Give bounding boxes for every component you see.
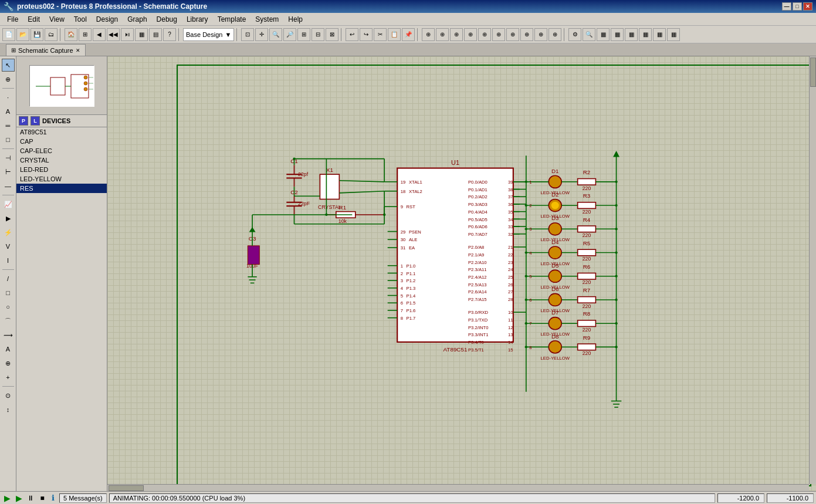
tb-r3[interactable]: ⊕ [450,28,463,41]
box-tool[interactable]: □ [2,286,15,299]
schematic-area[interactable]: U1 AT89C51 19 XTAL1 18 XTAL2 9 RST 29 PS… [107,56,816,491]
menu-item-file[interactable]: File [2,13,23,25]
tb-zoom-in[interactable]: 🔍 [269,28,282,41]
menu-item-template[interactable]: Template [213,13,251,25]
tb4[interactable]: ◀◀ [107,28,120,41]
pointer-tool[interactable]: ↖ [2,59,15,72]
tb-redo[interactable]: ↪ [360,28,373,41]
tb-prop[interactable]: ⚙ [568,28,581,41]
ruler-tool[interactable]: ↕ [2,403,15,416]
maximize-button[interactable]: □ [793,2,802,11]
close-button[interactable]: ✕ [803,2,812,11]
device-item-cap[interactable]: CAP [16,137,107,146]
volt-probe[interactable]: V [2,240,15,253]
tb-zoom-area[interactable]: ⊠ [326,28,338,41]
terminal-tool[interactable]: ⊣ [2,151,15,164]
tb-r2[interactable]: ⊕ [436,28,449,41]
tb-zoom-fit[interactable]: ⊡ [241,28,254,41]
new-button[interactable]: 📄 [2,28,15,41]
grid-button[interactable]: ⊞ [79,28,92,41]
tb-r9[interactable]: ⊕ [534,28,547,41]
junction-tool[interactable]: · [2,91,15,104]
l-mode-button[interactable]: L [31,116,40,126]
home-button[interactable]: 🏠 [65,28,77,41]
menu-item-edit[interactable]: Edit [23,13,45,25]
curr-probe[interactable]: I [2,254,15,267]
menu-item-system[interactable]: System [250,13,283,25]
path-tool[interactable]: ⟿ [2,329,15,341]
device-item-cap-elec[interactable]: CAP-ELEC [16,146,107,155]
menu-item-tool[interactable]: Tool [69,13,92,25]
tb-copy[interactable]: 📋 [388,28,401,41]
subcircuit-tool[interactable]: □ [2,133,15,146]
minimize-button[interactable]: — [782,2,791,11]
tb-r4[interactable]: ⊕ [464,28,477,41]
text-tool[interactable]: A [2,343,15,356]
tb-r6[interactable]: ⊕ [492,28,505,41]
sym-tool[interactable]: ⊕ [2,357,15,370]
tb-r8[interactable]: ⊕ [520,28,533,41]
stop-button[interactable]: ■ [38,493,47,503]
tb-r7[interactable]: ⊕ [506,28,519,41]
tb5[interactable]: ⏯ [121,28,134,41]
tb-more4[interactable]: ▦ [639,28,652,41]
tb-zoom-box[interactable]: ⊞ [297,28,310,41]
port-tool[interactable]: ⊢ [2,165,15,178]
gen-tool[interactable]: ⚡ [2,226,15,239]
tb-more5[interactable]: ▦ [653,28,666,41]
circle-tool[interactable]: ○ [2,300,15,313]
pause-button[interactable]: ⏸ [26,493,35,503]
tb-move[interactable]: ✛ [255,28,268,41]
tb-undo[interactable]: ↩ [346,28,358,41]
step-button[interactable]: ▶ [14,493,23,503]
tab-close-button[interactable]: ✕ [76,48,80,53]
horizontal-scrollbar[interactable] [107,484,809,491]
save-button[interactable]: 💾 [31,28,43,41]
play-button[interactable]: ▶ [2,493,12,503]
origin-tool[interactable]: ⊙ [2,389,15,402]
wire-label-tool[interactable]: A [2,105,15,118]
line-tool[interactable]: / [2,272,15,285]
tb-zoom-all[interactable]: ⊟ [311,28,324,41]
tape-tool[interactable]: ▶ [2,212,15,225]
save-all-button[interactable]: 🗂 [45,28,57,41]
tb3[interactable]: ◀ [93,28,106,41]
device-item-crystal[interactable]: CRYSTAL [16,155,107,165]
open-button[interactable]: 📂 [16,28,29,41]
marker-tool[interactable]: + [2,371,15,384]
tb-paste[interactable]: 📌 [402,28,415,41]
device-item-res[interactable]: RES [16,184,107,193]
menu-item-view[interactable]: View [45,13,69,25]
tb6[interactable]: ▦ [135,28,148,41]
pin-tool[interactable]: — [2,180,15,192]
tb-more6[interactable]: ▦ [667,28,680,41]
menu-item-design[interactable]: Design [92,13,123,25]
design-dropdown[interactable]: Base Design ▼ [183,28,234,41]
tb-more1[interactable]: ▦ [597,28,610,41]
tb-r10[interactable]: ⊕ [548,28,561,41]
menu-item-library[interactable]: Library [182,13,213,25]
menu-item-debug[interactable]: Debug [152,13,182,25]
tb-more3[interactable]: ▦ [625,28,638,41]
tb7[interactable]: ▤ [149,28,162,41]
menu-item-graph[interactable]: Graph [123,13,151,25]
tb8[interactable]: ? [163,28,176,41]
bus-tool[interactable]: ═ [2,119,15,132]
arc-tool[interactable]: ⌒ [2,314,15,327]
tb-find[interactable]: 🔍 [583,28,595,41]
graph-tool[interactable]: 📈 [2,198,15,211]
component-tool[interactable]: ⊕ [2,73,15,86]
device-item-led-red[interactable]: LED-RED [16,165,107,174]
tb-zoom-out[interactable]: 🔎 [283,28,296,41]
device-item-led-yellow[interactable]: LED-YELLOW [16,174,107,184]
tb-r1[interactable]: ⊕ [422,28,435,41]
menu-item-help[interactable]: Help [283,13,307,25]
device-item-at89c51[interactable]: AT89C51 [16,127,107,137]
vertical-scrollbar[interactable] [809,56,816,484]
svg-text:2: 2 [529,203,531,208]
tb-more2[interactable]: ▦ [611,28,624,41]
p-mode-button[interactable]: P [19,116,28,126]
tb-r5[interactable]: ⊕ [478,28,491,41]
schematic-capture-tab[interactable]: ⊞ Schematic Capture ✕ [6,44,86,56]
tb-cut[interactable]: ✂ [374,28,387,41]
